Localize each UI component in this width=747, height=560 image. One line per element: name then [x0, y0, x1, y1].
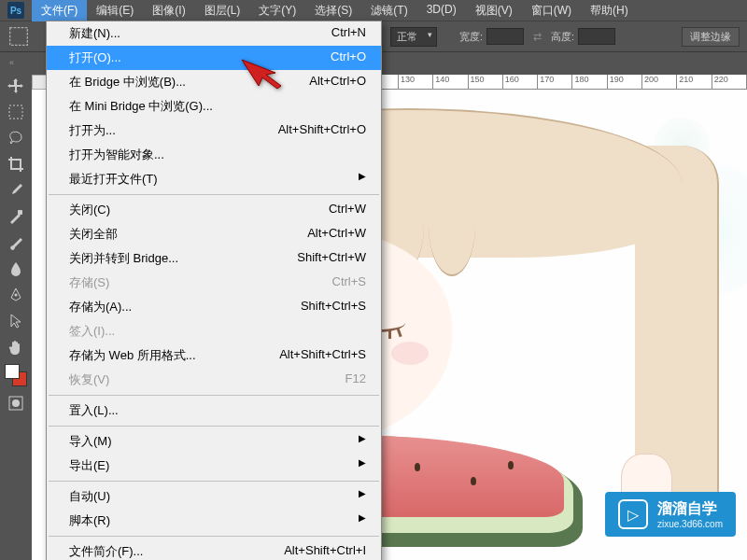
svg-rect-1: [9, 105, 22, 119]
width-label: 宽度:: [459, 30, 483, 44]
menu-item[interactable]: 导出(E)▶: [47, 454, 381, 478]
menu-item[interactable]: 新建(N)...Ctrl+N: [47, 21, 381, 46]
menu-8[interactable]: 视图(V): [466, 0, 522, 21]
menu-item[interactable]: 最近打开文件(T)▶: [47, 167, 381, 191]
height-label: 高度:: [551, 30, 574, 44]
watermark-subtitle: zixue.3d66.com: [657, 519, 723, 529]
healing-brush-tool[interactable]: [5, 205, 27, 228]
menu-9[interactable]: 窗口(W): [522, 0, 581, 21]
menu-item[interactable]: 存储为 Web 所用格式...Alt+Shift+Ctrl+S: [47, 343, 381, 368]
tools-panel: «: [0, 52, 32, 416]
menu-item[interactable]: 关闭并转到 Bridge...Shift+Ctrl+W: [47, 246, 381, 271]
menu-item: 签入(I)...: [47, 319, 381, 343]
hand-tool[interactable]: [5, 336, 27, 358]
collapse-toolbar-icon[interactable]: «: [9, 58, 22, 69]
svg-point-5: [12, 399, 20, 407]
menu-item[interactable]: 存储为(A)...Shift+Ctrl+S: [47, 295, 381, 319]
menu-5[interactable]: 选择(S): [305, 0, 361, 21]
menu-item[interactable]: 置入(L)...: [47, 399, 381, 423]
refine-edge-button[interactable]: 调整边缘: [682, 27, 740, 47]
menu-item[interactable]: 关闭(C)Ctrl+W: [47, 198, 381, 222]
tool-preset-icon[interactable]: [7, 25, 30, 48]
svg-point-3: [15, 294, 18, 297]
menu-separator: [49, 536, 379, 537]
file-menu-dropdown: 新建(N)...Ctrl+N打开(O)...Ctrl+O在 Bridge 中浏览…: [46, 21, 382, 560]
quick-mask-tool[interactable]: [5, 392, 27, 414]
width-input[interactable]: [486, 28, 524, 45]
menu-item[interactable]: 文件简介(F)...Alt+Shift+Ctrl+I: [47, 539, 381, 560]
menu-item[interactable]: 打开为...Alt+Shift+Ctrl+O: [47, 119, 381, 143]
menu-item[interactable]: 关闭全部Alt+Ctrl+W: [47, 222, 381, 246]
menu-separator: [49, 481, 379, 482]
menu-item[interactable]: 导入(M)▶: [47, 429, 381, 454]
menu-1[interactable]: 编辑(E): [87, 0, 143, 21]
color-swatches[interactable]: [5, 364, 27, 386]
menu-item[interactable]: 脚本(R)▶: [47, 509, 381, 533]
menu-4[interactable]: 文字(Y): [249, 0, 305, 21]
app-logo: Ps: [7, 2, 24, 19]
menu-3[interactable]: 图层(L): [195, 0, 250, 21]
height-input[interactable]: [578, 28, 615, 45]
menu-0[interactable]: 文件(F): [32, 0, 87, 21]
play-icon: ▷: [618, 499, 648, 529]
menu-7[interactable]: 3D(D): [417, 0, 466, 21]
mode-dropdown[interactable]: 正常: [390, 27, 437, 47]
menu-separator: [49, 395, 379, 396]
svg-rect-2: [18, 210, 22, 215]
marquee-tool[interactable]: [5, 101, 27, 123]
menu-separator: [49, 426, 379, 427]
crop-tool[interactable]: [5, 153, 27, 175]
pen-tool[interactable]: [5, 284, 27, 306]
move-tool[interactable]: [5, 75, 27, 97]
eyedropper-tool[interactable]: [5, 179, 27, 202]
menu-item[interactable]: 打开(O)...Ctrl+O: [47, 46, 381, 70]
svg-rect-0: [10, 28, 28, 46]
menu-item[interactable]: 在 Mini Bridge 中浏览(G)...: [47, 94, 381, 119]
menu-item[interactable]: 打开为智能对象...: [47, 143, 381, 167]
menu-item: 存储(S)Ctrl+S: [47, 271, 381, 295]
lasso-tool[interactable]: [5, 127, 27, 149]
menu-2[interactable]: 图像(I): [143, 0, 194, 21]
path-selection-tool[interactable]: [5, 310, 27, 332]
brush-tool[interactable]: [5, 231, 27, 254]
foreground-color[interactable]: [5, 364, 20, 379]
menu-separator: [49, 194, 379, 195]
menu-item[interactable]: 自动(U)▶: [47, 484, 381, 509]
watermark-badge: ▷ 溜溜自学 zixue.3d66.com: [605, 492, 736, 537]
blur-tool[interactable]: [5, 258, 27, 280]
menubar: Ps 文件(F)编辑(E)图像(I)图层(L)文字(Y)选择(S)滤镜(T)3D…: [0, 0, 747, 21]
menu-item: 恢复(V)F12: [47, 368, 381, 392]
menu-10[interactable]: 帮助(H): [581, 0, 638, 21]
watermark-title: 溜溜自学: [657, 499, 723, 519]
swap-icon[interactable]: ⇄: [533, 31, 542, 43]
menu-item[interactable]: 在 Bridge 中浏览(B)...Alt+Ctrl+O: [47, 70, 381, 94]
menu-6[interactable]: 滤镜(T): [361, 0, 416, 21]
